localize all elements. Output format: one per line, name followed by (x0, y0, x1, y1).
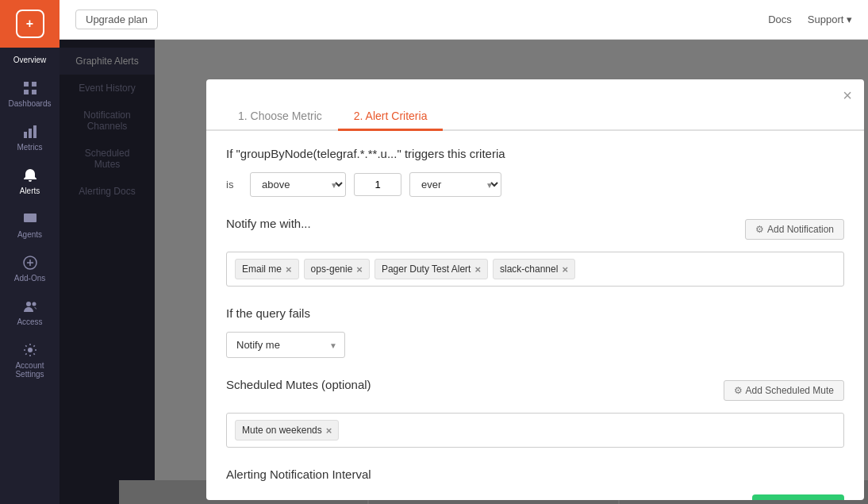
gear-icon-notify: ⚙ (755, 224, 764, 235)
condition-select-wrapper: above below outside range within range (250, 172, 346, 197)
support-link[interactable]: Support ▾ (808, 13, 852, 25)
sidebar-item-dashboards[interactable]: Dashboards (0, 72, 60, 116)
tab-alert-criteria[interactable]: 2. Alert Criteria (338, 103, 444, 131)
tag-slack-close[interactable]: × (562, 264, 568, 275)
tag-email-close[interactable]: × (286, 264, 292, 275)
topbar-left: Upgrade plan (75, 10, 158, 29)
criteria-title: If "groupByNode(telegraf.*.**.u..." trig… (226, 147, 844, 160)
scheduled-section: Scheduled Mutes (optional) ⚙ Add Schedul… (226, 378, 844, 448)
criteria-row: is above below outside range within rang… (226, 172, 844, 197)
tab-choose-metric[interactable]: 1. Choose Metric (222, 103, 338, 131)
sidebar-label-dashboards: Dashboards (9, 99, 52, 108)
svg-rect-6 (33, 125, 36, 138)
scheduled-header: Scheduled Mutes (optional) ⚙ Add Schedul… (226, 378, 844, 403)
overview-label: Overview (13, 56, 47, 64)
gear-icon-mute: ⚙ (734, 385, 743, 396)
topbar: Upgrade plan Docs Support ▾ (60, 0, 868, 40)
logo-icon: + (16, 10, 44, 38)
sidebar-item-overview[interactable]: Overview (0, 48, 60, 72)
tag-pagerduty-close[interactable]: × (474, 264, 481, 275)
docs-link[interactable]: Docs (768, 13, 792, 25)
sidebar-item-access[interactable]: Access (0, 290, 60, 334)
upgrade-button[interactable]: Upgrade plan (75, 10, 158, 29)
scheduled-tags-container: Mute on weekends × (226, 413, 844, 448)
svg-rect-1 (32, 82, 36, 87)
threshold-input[interactable] (354, 173, 401, 196)
svg-rect-4 (24, 132, 27, 138)
topbar-right: Docs Support ▾ (768, 13, 852, 25)
grid-icon (22, 80, 38, 96)
add-scheduled-mute-button[interactable]: ⚙ Add Scheduled Mute (724, 380, 844, 401)
query-fails-section: If the query fails Notify me Do nothing (226, 306, 844, 358)
sidebar-label-agents: Agents (17, 230, 42, 239)
sidebar-label-addons: Add-Ons (14, 274, 45, 283)
scheduled-title: Scheduled Mutes (optional) (226, 378, 371, 391)
interval-left: Alerting Notification Interval On state … (226, 467, 371, 500)
sidebar-item-addons[interactable]: Add-Ons (0, 247, 60, 290)
interval-title: Alerting Notification Interval (226, 467, 371, 481)
sidebar-label-access: Access (17, 317, 42, 326)
modal-dialog: × 1. Choose Metric 2. Alert Criteria If … (206, 79, 864, 500)
tag-email: Email me × (235, 259, 299, 279)
modal-tabs: 1. Choose Metric 2. Alert Criteria (206, 103, 864, 131)
svg-rect-2 (24, 90, 29, 94)
interval-section: Alerting Notification Interval On state … (226, 467, 844, 500)
svg-rect-5 (29, 129, 32, 138)
query-fails-select[interactable]: Notify me Do nothing (226, 332, 345, 358)
notify-title: Notify me with... (226, 217, 311, 230)
svg-rect-7 (24, 214, 36, 222)
modal-body: If "groupByNode(telegraf.*.**.u..." trig… (206, 131, 864, 500)
query-fails-title: If the query fails (226, 306, 844, 320)
condition-select[interactable]: above below outside range within range (250, 172, 346, 197)
main-content: Graphite Alerts Event History Notificati… (60, 40, 868, 504)
frequency-select-wrapper: ever on average at least once (409, 172, 501, 197)
sidebar-label-alerts: Alerts (20, 187, 40, 195)
query-fails-select-wrapper: Notify me Do nothing (226, 332, 345, 358)
bell-icon (22, 167, 38, 183)
save-alert-button[interactable]: Save Alert (752, 494, 844, 500)
notify-tags-container: Email me × ops-genie × Pager Duty Test A… (226, 252, 844, 287)
gear-icon (22, 342, 38, 358)
tag-slack: slack-channel × (493, 259, 575, 279)
svg-point-9 (26, 302, 31, 306)
modal-header: × (206, 79, 864, 103)
plus-circle-icon (22, 255, 38, 271)
modal-close-button[interactable]: × (843, 87, 852, 103)
tag-mute-weekends: Mute on weekends × (235, 420, 339, 441)
monitor-icon (22, 211, 38, 227)
svg-rect-0 (24, 82, 29, 87)
tag-opsgenie-close[interactable]: × (356, 264, 363, 275)
tag-pagerduty: Pager Duty Test Alert × (374, 259, 488, 279)
users-icon (22, 298, 38, 314)
criteria-is-label: is (226, 179, 242, 190)
sidebar-label-account: Account Settings (4, 361, 56, 379)
notify-section: Notify me with... ⚙ Add Notification Ema… (226, 217, 844, 287)
sidebar-item-account[interactable]: Account Settings (0, 334, 60, 387)
sidebar-item-metrics[interactable]: Metrics (0, 116, 60, 160)
notify-header: Notify me with... ⚙ Add Notification (226, 217, 844, 242)
app-logo[interactable]: + (0, 0, 60, 48)
tag-mute-weekends-close[interactable]: × (326, 425, 332, 436)
sidebar: + Overview Dashboards Metrics Alerts Age… (0, 0, 60, 504)
sidebar-item-agents[interactable]: Agents (0, 203, 60, 247)
svg-rect-3 (32, 90, 36, 94)
sidebar-label-metrics: Metrics (17, 143, 42, 152)
tag-opsgenie: ops-genie × (304, 259, 370, 279)
sidebar-item-alerts[interactable]: Alerts (0, 160, 60, 203)
frequency-select[interactable]: ever on average at least once (409, 172, 501, 197)
add-notification-button[interactable]: ⚙ Add Notification (745, 219, 844, 240)
bar-chart-icon (22, 124, 38, 140)
svg-point-10 (32, 302, 36, 306)
svg-point-11 (28, 348, 33, 352)
